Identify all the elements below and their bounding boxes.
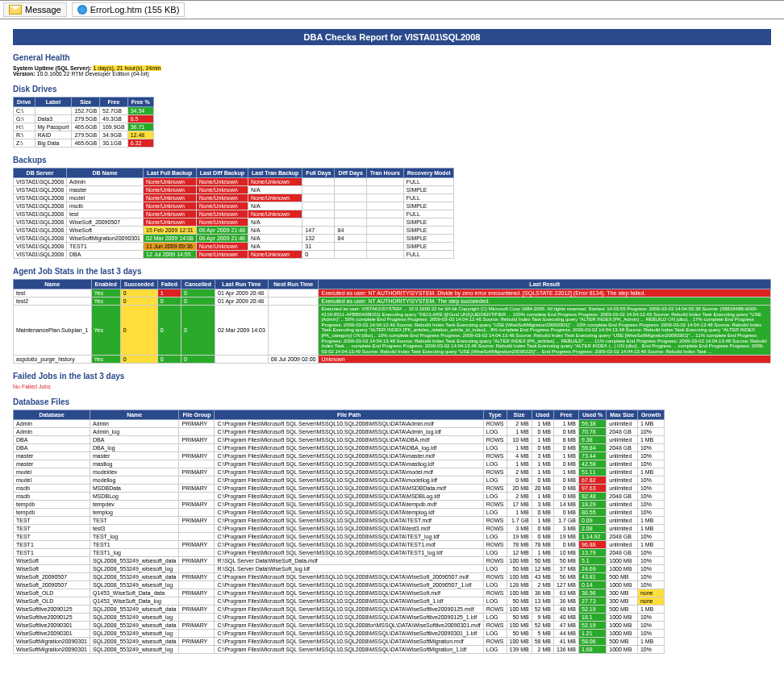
drives-table: DriveLabelSizeFreeFree %C:\152.7GB52.7GB… xyxy=(13,97,154,148)
table-row: WiseSoft_20090507SQL2008_553249_wisesoft… xyxy=(14,581,665,589)
section-dbfiles: Database Files xyxy=(13,397,771,406)
table-row: MaintenancePlan.Subplan_1Yes00002 Mar 20… xyxy=(14,306,771,356)
table-row: WiseSoftlive20090125SQL2008_553249_wises… xyxy=(14,614,665,622)
table-row: TESTTEST_logC:\Program Files\Microsoft S… xyxy=(14,533,665,541)
table-row: WiseSoftMigration20090301SQL2008_553249_… xyxy=(14,646,665,654)
table-row: VISTA01\SQL2008TEST111 Jun 2009 09:36Non… xyxy=(14,243,454,251)
version-label: Version: xyxy=(13,71,35,77)
tab-errorlog[interactable]: ErrorLog.htm (155 KB) xyxy=(72,2,186,17)
table-row: TEST1TEST1_logC:\Program Files\Microsoft… xyxy=(14,549,665,557)
table-row: msdbMSDBLogC:\Program Files\Microsoft SQ… xyxy=(14,493,665,501)
table-row: TESTtest3C:\Program Files\Microsoft SQL … xyxy=(14,525,665,533)
table-row: WiseSoftlive20090125SQL2008_553249_wises… xyxy=(14,605,665,614)
table-row: VISTA01\SQL2008WiseSoft15 Feb 2009 12:31… xyxy=(14,227,454,235)
section-general: General Health xyxy=(13,53,771,62)
uptime-value: 1 day(s), 21 hour(s), 24min xyxy=(93,65,161,71)
table-row: modelmodellogC:\Program Files\Microsoft … xyxy=(14,476,665,485)
table-row: AdminAdmin_logC:\Program Files\Microsoft… xyxy=(14,428,665,436)
tab-errorlog-label: ErrorLog.htm (155 KB) xyxy=(90,5,180,15)
table-row: AdminAdminPRIMARYC:\Program Files\Micros… xyxy=(14,420,665,428)
table-row: VISTA01\SQL2008masterNone/UnknownNone/Un… xyxy=(14,186,454,194)
backups-table: DB ServerDB NameLast Full BackupLast Dif… xyxy=(13,168,454,259)
dbfiles-table: DatabaseNameFile GroupFile PathTypeSizeU… xyxy=(13,410,665,654)
table-row: TEST1TEST1PRIMARYC:\Program Files\Micros… xyxy=(14,541,665,549)
table-row: WiseSoftSQL2008_553249_wisesoft_dataPRIM… xyxy=(14,557,665,565)
table-row: G:\Data3279.5GB49.3GB8.5 xyxy=(14,115,154,123)
report-title: DBA Checks Report for VISTA01\SQL2008 xyxy=(13,29,771,45)
table-row: mastermastlogC:\Program Files\Microsoft … xyxy=(14,460,665,468)
table-row: modelmodeldevPRIMARYC:\Program Files\Mic… xyxy=(14,468,665,476)
table-row: tempdbtemplogC:\Program Files\Microsoft … xyxy=(14,509,665,517)
report-body: DBA Checks Report for VISTA01\SQL2008 Ge… xyxy=(0,19,784,664)
table-row: H:\My Passport465.6GB169.9GB36.71 xyxy=(14,123,154,131)
table-row: mastermasterPRIMARYC:\Program Files\Micr… xyxy=(14,452,665,460)
table-row: R:\RAID279.5GB34.9GB12.48 xyxy=(14,131,154,139)
tab-message-label: Message xyxy=(25,5,61,15)
version-row: Version: 10.0.1600.22 RTM Developer Edit… xyxy=(13,71,771,77)
table-row: WiseSoftSQL2008_553249_wisesoft_logR:\SQ… xyxy=(14,565,665,573)
section-agent: Agent Job Stats in the last 3 days xyxy=(13,267,771,276)
table-row: tempdbtempdevPRIMARYC:\Program Files\Mic… xyxy=(14,501,665,509)
table-row: WiseSoftMigration20090301SQL2008_553249_… xyxy=(14,638,665,646)
tabbar: Message ErrorLog.htm (155 KB) xyxy=(0,0,784,19)
uptime-label: System Uptime (SQL Server): xyxy=(13,65,92,71)
version-value: 10.0.1600.22 RTM Developer Edition (64-b… xyxy=(37,71,149,77)
table-row: DBADBA_logC:\Program Files\Microsoft SQL… xyxy=(14,444,665,452)
table-row: testYes01001 Apr 2009 20:48Executed as u… xyxy=(14,289,771,297)
table-row: test2Yes00001 Apr 2009 20:48Executed as … xyxy=(14,297,771,306)
table-row: C:\152.7GB52.7GB34.54 xyxy=(14,107,154,115)
agent-table: NameEnabledSucceededFailedCancelledLast … xyxy=(13,279,771,364)
section-drives: Disk Drives xyxy=(13,85,771,94)
table-row: msdbMSDBDataPRIMARYC:\Program Files\Micr… xyxy=(14,485,665,493)
section-backups: Backups xyxy=(13,156,771,164)
table-row: VISTA01\SQL2008DBA12 Jul 2009 14:55None/… xyxy=(14,251,454,259)
mail-icon xyxy=(9,5,22,15)
table-row: VISTA01\SQL2008WiseSoftMigration20090301… xyxy=(14,235,454,243)
table-row: VISTA01\SQL2008modelNone/UnknownNone/Unk… xyxy=(14,194,454,202)
section-failed: Failed Jobs in the last 3 days xyxy=(13,372,771,381)
no-failed-jobs: No Failed Jobs xyxy=(13,384,771,389)
table-row: WiseSoftlive20090301SQL2008_553249_wises… xyxy=(14,622,665,630)
ie-icon xyxy=(77,5,87,15)
table-row: VISTA01\SQL2008AdminNone/UnknownNone/Unk… xyxy=(14,178,454,186)
table-row: WiseSoftlive20090301SQL2008_553249_wises… xyxy=(14,630,665,638)
uptime-row: System Uptime (SQL Server): 1 day(s), 21… xyxy=(13,65,771,71)
table-row: WiseSoft_20090507SQL2008_553249_wisesoft… xyxy=(14,573,665,581)
table-row: VISTA01\SQL2008testNone/UnknownNone/Unkn… xyxy=(14,210,454,218)
table-row: DBADBAPRIMARYC:\Program Files\Microsoft … xyxy=(14,436,665,444)
table-row: aspdotio_purge_historyYes00008 Jul 2009 … xyxy=(14,356,771,364)
tab-message[interactable]: Message xyxy=(3,2,67,17)
table-row: WiseSoft_OLDQ1453_WiseSoft_Data_logC:\Pr… xyxy=(14,597,665,605)
table-row: VISTA01\SQL2008msdbNone/UnknownNone/Unkn… xyxy=(14,202,454,210)
table-row: VISTA01\SQL2008WiseSoft_20090507None/Unk… xyxy=(14,218,454,227)
table-row: TESTTESTPRIMARYC:\Program Files\Microsof… xyxy=(14,517,665,525)
table-row: Z:\Big Data465.6GB30.1GB6.32 xyxy=(14,139,154,148)
table-row: WiseSoft_OLDQ1453_WiseSoft_Data_dataPRIM… xyxy=(14,589,665,597)
